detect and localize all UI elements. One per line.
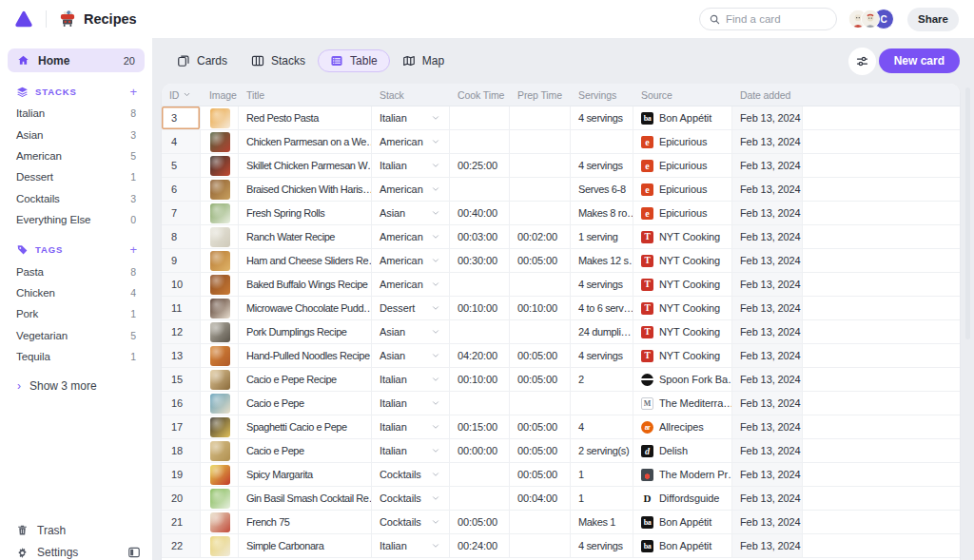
- cell-cook-time[interactable]: 00:25:00: [450, 154, 510, 177]
- cell-date-added[interactable]: Feb 13, 2024: [732, 463, 803, 486]
- cell-stack[interactable]: American: [372, 273, 450, 296]
- cell-title[interactable]: Cacio e Pepe: [239, 392, 372, 415]
- cell-id[interactable]: 11: [162, 297, 201, 319]
- show-more-button[interactable]: › Show 3 more: [0, 376, 152, 396]
- cell-cook-time[interactable]: 00:03:00: [450, 225, 510, 248]
- cell-servings[interactable]: 4 servings: [571, 154, 633, 177]
- cell-cook-time[interactable]: 04:20:00: [450, 344, 510, 367]
- cell-stack[interactable]: Cocktails: [372, 463, 450, 486]
- cell-cook-time[interactable]: [450, 106, 510, 129]
- table-row[interactable]: 19 Spicy Margarita Cocktails 00:05:00 1 …: [162, 463, 960, 487]
- column-header-stack[interactable]: Stack: [372, 84, 450, 106]
- sidebar-item[interactable]: Italian 8: [0, 103, 152, 124]
- cell-id[interactable]: 8: [162, 225, 201, 248]
- sidebar-item[interactable]: American 5: [0, 145, 152, 166]
- cell-title[interactable]: Microwave Chocolate Pudd…: [239, 297, 372, 319]
- table-row[interactable]: 11 Microwave Chocolate Pudd… Dessert 00:…: [162, 297, 960, 320]
- cell-cook-time[interactable]: 00:05:00: [450, 511, 510, 533]
- cell-source[interactable]: TNYT Cooking: [633, 344, 732, 367]
- sidebar-item-home[interactable]: Home 20: [8, 48, 145, 72]
- cell-title[interactable]: Fresh Spring Rolls: [239, 202, 372, 224]
- filter-button[interactable]: [848, 48, 876, 75]
- cell-servings[interactable]: Makes 8 ro…: [571, 202, 633, 224]
- share-button[interactable]: Share: [907, 8, 959, 31]
- table-row[interactable]: 17 Spaghetti Cacio e Pepe Italian 00:15:…: [162, 415, 960, 439]
- column-header-id[interactable]: ID: [162, 84, 201, 106]
- cell-source[interactable]: baBon Appétit: [633, 534, 732, 557]
- cell-servings[interactable]: 4 to 6 serv…: [571, 297, 633, 319]
- cell-cook-time[interactable]: 00:10:00: [450, 297, 510, 319]
- cell-servings[interactable]: 1 serving: [571, 225, 633, 248]
- cell-servings[interactable]: 24 dumpli…: [571, 320, 633, 343]
- table-row[interactable]: 4 Chicken Parmesan on a We… American eEp…: [162, 130, 960, 154]
- table-row[interactable]: 10 Baked Buffalo Wings Recipe American 4…: [162, 273, 960, 297]
- cell-cook-time[interactable]: [450, 273, 510, 296]
- cell-source[interactable]: arAllrecipes: [633, 415, 732, 438]
- cell-title[interactable]: Ranch Water Recipe: [239, 225, 372, 248]
- tab-map[interactable]: Map: [391, 50, 456, 71]
- cell-date-added[interactable]: Feb 13, 2024: [732, 154, 803, 177]
- cell-image[interactable]: [201, 534, 239, 557]
- cell-servings[interactable]: [571, 392, 633, 415]
- cell-image[interactable]: [201, 487, 239, 510]
- cell-title[interactable]: Cacio e Pepe: [239, 439, 372, 462]
- tab-stacks[interactable]: Stacks: [240, 50, 317, 71]
- new-card-button[interactable]: New card: [879, 48, 960, 73]
- table-row[interactable]: 16 Cacio e Pepe Italian MThe Mediterra… …: [162, 392, 960, 415]
- cell-title[interactable]: French 75: [239, 511, 372, 533]
- collapse-sidebar-icon[interactable]: [127, 546, 141, 559]
- cell-date-added[interactable]: Feb 13, 2024: [732, 392, 803, 415]
- cell-servings[interactable]: 4: [571, 415, 633, 438]
- sidebar-item[interactable]: Asian 3: [0, 124, 152, 145]
- column-header-source[interactable]: Source: [633, 84, 732, 106]
- cell-servings[interactable]: [571, 130, 633, 153]
- cell-image[interactable]: [201, 511, 239, 533]
- table-row[interactable]: 20 Gin Basil Smash Cocktail Re… Cocktail…: [162, 487, 960, 511]
- cell-source[interactable]: dDelish: [633, 439, 732, 462]
- cell-image[interactable]: [201, 368, 239, 391]
- cell-cook-time[interactable]: [450, 487, 510, 510]
- search-input[interactable]: Find a card: [699, 8, 837, 30]
- cell-stack[interactable]: Italian: [372, 439, 450, 462]
- cell-id[interactable]: 3: [162, 106, 201, 129]
- cell-id[interactable]: 13: [162, 344, 201, 367]
- cell-stack[interactable]: Italian: [372, 368, 450, 391]
- cell-prep-time[interactable]: [510, 273, 571, 296]
- app-logo-icon[interactable]: [13, 9, 34, 29]
- cell-source[interactable]: TNYT Cooking: [633, 249, 732, 272]
- cell-stack[interactable]: Italian: [372, 534, 450, 557]
- cell-prep-time[interactable]: 00:05:00: [510, 344, 571, 367]
- cell-title[interactable]: Skillet Chicken Parmesan W…: [239, 154, 372, 177]
- cell-id[interactable]: 6: [162, 178, 201, 201]
- cell-cook-time[interactable]: 00:30:00: [450, 249, 510, 272]
- cell-prep-time[interactable]: 00:05:00: [510, 439, 571, 462]
- cell-stack[interactable]: Cocktails: [372, 487, 450, 510]
- cell-date-added[interactable]: Feb 13, 2024: [732, 249, 803, 272]
- cell-stack[interactable]: Cocktails: [372, 511, 450, 533]
- cell-date-added[interactable]: Feb 13, 2024: [732, 225, 803, 248]
- cell-image[interactable]: [201, 439, 239, 462]
- sidebar-item[interactable]: Everything Else 0: [0, 209, 152, 230]
- cell-prep-time[interactable]: [510, 106, 571, 129]
- table-row[interactable]: 6 Braised Chicken With Haris… American S…: [162, 178, 960, 202]
- cell-image[interactable]: [201, 392, 239, 415]
- cell-image[interactable]: [201, 297, 239, 319]
- cell-prep-time[interactable]: 00:04:00: [510, 487, 571, 510]
- avatar[interactable]: [861, 10, 880, 29]
- cell-date-added[interactable]: Feb 13, 2024: [732, 178, 803, 201]
- cell-title[interactable]: Red Pesto Pasta: [239, 106, 372, 129]
- cell-prep-time[interactable]: [510, 534, 571, 557]
- column-header-prep-time[interactable]: Prep Time: [510, 84, 571, 106]
- cell-stack[interactable]: Asian: [372, 202, 450, 224]
- cell-cook-time[interactable]: [450, 463, 510, 486]
- table-row[interactable]: 9 Ham and Cheese Sliders Re… American 00…: [162, 249, 960, 273]
- cell-servings[interactable]: 4 servings: [571, 273, 633, 296]
- cell-source[interactable]: TNYT Cooking: [633, 273, 732, 296]
- add-stack-button[interactable]: +: [129, 86, 137, 98]
- cell-prep-time[interactable]: 00:05:00: [510, 415, 571, 438]
- cell-cook-time[interactable]: 00:24:00: [450, 534, 510, 557]
- cell-source[interactable]: TNYT Cooking: [633, 320, 732, 343]
- cell-source[interactable]: MThe Mediterra…: [633, 392, 732, 415]
- cell-stack[interactable]: Dessert: [372, 297, 450, 319]
- cell-id[interactable]: 7: [162, 202, 201, 224]
